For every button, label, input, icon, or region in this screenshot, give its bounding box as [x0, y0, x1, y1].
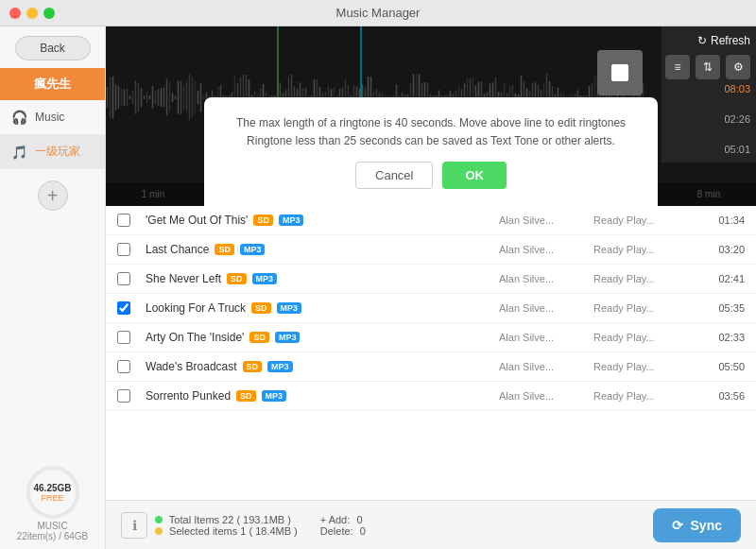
sync-button[interactable]: ⟳ Sync — [653, 508, 741, 542]
track-time-1: 08:03 — [724, 83, 750, 94]
track-duration: 03:20 — [688, 244, 745, 255]
track-status: Ready Play... — [593, 332, 688, 343]
user-section: 瘋先生 — [0, 68, 105, 100]
maximize-button[interactable] — [43, 8, 55, 19]
sort-icon[interactable]: ⇅ — [696, 55, 720, 79]
track-name: Last Chance SD MP3 — [146, 243, 499, 256]
dialog-text-line2: Ringtone less than 25 seconds can be sav… — [227, 132, 635, 150]
track-duration: 05:35 — [688, 302, 745, 314]
track-row: Arty On The 'Inside' SD MP3Alan Silve...… — [106, 323, 756, 352]
track-status: Ready Play... — [593, 302, 688, 314]
track-artist: Alan Silve... — [499, 214, 593, 226]
total-items: Total Items 22 ( 193.1MB ) — [155, 514, 298, 525]
badge-sd: SD — [249, 332, 269, 343]
add-button[interactable]: + — [38, 180, 68, 211]
track-artist: Alan Silve... — [499, 361, 593, 372]
track-duration: 02:41 — [688, 273, 745, 284]
track-duration: 05:50 — [688, 361, 745, 372]
track-name: Wade's Broadcast SD MP3 — [146, 360, 499, 373]
track-row: Looking For A Truck SD MP3Alan Silve...R… — [106, 294, 756, 323]
dialog-box: The max length of a ringtone is 40 secon… — [204, 97, 658, 206]
track-checkbox[interactable] — [117, 360, 130, 373]
music-nav-label: Music — [35, 111, 64, 124]
stop-button[interactable] — [597, 50, 643, 95]
list-view-icon[interactable]: ≡ — [665, 55, 690, 79]
track-row: Wade's Broadcast SD MP3Alan Silve...Read… — [106, 352, 756, 382]
user-label: 瘋先生 — [34, 77, 71, 91]
track-checkbox[interactable] — [117, 301, 130, 315]
track-artist: Alan Silve... — [499, 273, 593, 284]
track-row: Last Chance SD MP3Alan Silve...Ready Pla… — [106, 235, 756, 265]
track-checkbox[interactable] — [117, 214, 130, 227]
settings-icon[interactable]: ⚙ — [726, 55, 750, 79]
close-button[interactable] — [9, 8, 21, 19]
track-list: 'Get Me Out Of This' SD MP3Alan Silve...… — [106, 206, 756, 500]
badge-mp3: MP3 — [267, 361, 293, 372]
storage-circle: 46.25GB FREE — [26, 466, 79, 519]
right-toolbar: ↻ Refresh ≡ ⇅ ⚙ 08:03 02:26 05:01 — [662, 26, 756, 163]
badge-mp3: MP3 — [277, 302, 302, 314]
content-area: // Generate waveform-like bars 1 min2 mi… — [106, 26, 756, 549]
storage-gb: 46.25GB — [33, 483, 71, 493]
ok-button[interactable]: OK — [442, 162, 507, 189]
track-name: Looking For A Truck SD MP3 — [146, 301, 499, 315]
selected-dot — [155, 527, 163, 535]
track-name: 'Get Me Out Of This' SD MP3 — [146, 214, 499, 227]
storage-section: 46.25GB FREE MUSIC 22item(s) / 64GB — [17, 458, 89, 549]
refresh-button[interactable]: ↻ Refresh — [697, 34, 750, 47]
track-artist: Alan Silve... — [499, 302, 593, 314]
badge-mp3: MP3 — [252, 273, 278, 284]
add-count: + Add: 0 — [320, 514, 366, 525]
info-stats: Total Items 22 ( 193.1MB ) Selected item… — [155, 514, 298, 537]
track-duration: 02:33 — [688, 332, 745, 343]
track-artist: Alan Silve... — [499, 332, 593, 343]
track-row: She Never Left SD MP3Alan Silve...Ready … — [106, 265, 756, 294]
bottom-info: ℹ Total Items 22 ( 193.1MB ) Selected it… — [121, 512, 298, 539]
track-duration: 01:34 — [688, 214, 745, 226]
track-status: Ready Play... — [593, 244, 688, 255]
track-checkbox[interactable] — [117, 389, 130, 403]
app-title: Music Manager — [336, 6, 421, 20]
badge-mp3: MP3 — [240, 244, 266, 255]
track-row: 'Get Me Out Of This' SD MP3Alan Silve...… — [106, 206, 756, 235]
track-checkbox[interactable] — [117, 331, 130, 344]
badge-mp3: MP3 — [279, 214, 304, 226]
storage-music-label: MUSIC — [37, 521, 67, 531]
track-checkbox[interactable] — [117, 243, 130, 256]
sync-icon: ⟳ — [672, 518, 683, 533]
track-time-3: 05:01 — [724, 144, 750, 155]
badge-sd: SD — [251, 302, 271, 314]
toolbar-icons: ≡ ⇅ ⚙ — [665, 55, 750, 79]
track-name: She Never Left SD MP3 — [146, 272, 499, 285]
dialog-text-line1: The max length of a ringtone is 40 secon… — [227, 114, 635, 132]
track-status: Ready Play... — [593, 390, 688, 402]
badge-sd: SD — [253, 214, 273, 226]
minimize-button[interactable] — [26, 8, 38, 19]
track-row: Sorrento Punked SD MP3Alan Silve...Ready… — [106, 382, 756, 411]
sidebar: Back 瘋先生 🎧 Music 🎵 一级玩家 + 46.25GB FREE M… — [0, 26, 106, 549]
track-name: Arty On The 'Inside' SD MP3 — [146, 331, 499, 344]
track-status: Ready Play... — [593, 214, 688, 226]
track-status: Ready Play... — [593, 273, 688, 284]
title-bar: Music Manager — [0, 0, 756, 26]
storage-free: FREE — [41, 493, 63, 503]
track-name: Sorrento Punked SD MP3 — [146, 389, 499, 403]
back-button[interactable]: Back — [15, 36, 91, 60]
stop-icon — [611, 64, 628, 81]
window-controls — [9, 8, 55, 19]
cancel-button[interactable]: Cancel — [355, 162, 433, 189]
track-status: Ready Play... — [593, 361, 688, 372]
dialog-buttons: Cancel OK — [227, 162, 635, 189]
track-time-2: 02:26 — [724, 113, 750, 125]
track-artist: Alan Silve... — [499, 390, 593, 402]
sidebar-item-level[interactable]: 🎵 一级玩家 — [0, 134, 105, 169]
sidebar-item-music[interactable]: 🎧 Music — [0, 100, 105, 134]
dialog-overlay: 00:40 The max length of a ringtone is 40… — [106, 26, 756, 206]
track-checkbox[interactable] — [117, 272, 130, 285]
music-icon: 🎵 — [11, 145, 27, 160]
info-icon: ℹ — [121, 512, 147, 539]
level-nav-label: 一级玩家 — [35, 144, 80, 160]
total-dot — [155, 516, 163, 523]
badge-sd: SD — [215, 244, 234, 255]
track-duration: 03:56 — [688, 390, 745, 402]
